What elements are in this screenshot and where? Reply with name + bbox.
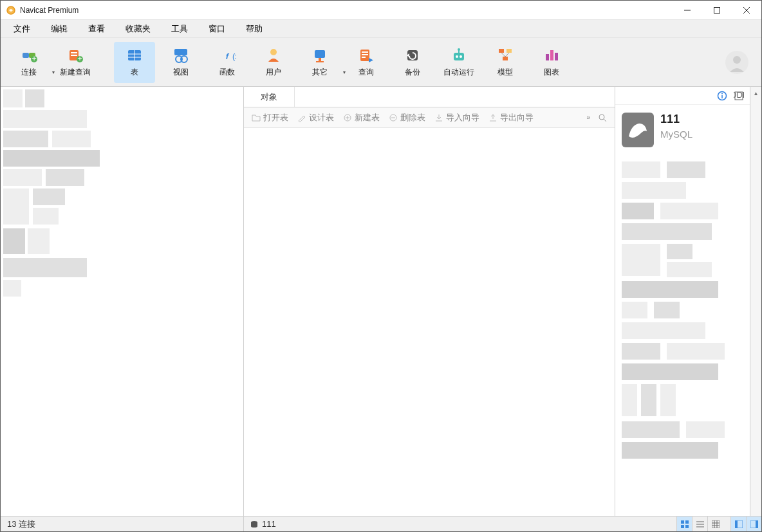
design-table-button[interactable]: 设计表 [293,111,338,125]
other-button[interactable]: 其它 ▾ [299,42,340,83]
svg-text:f: f [226,51,230,61]
query-button[interactable]: 查询 [346,42,387,83]
delete-table-button[interactable]: 删除表 [385,111,429,125]
view-icon [172,46,190,64]
svg-rect-69 [712,520,720,528]
open-table-button[interactable]: 打开表 [248,111,292,125]
toggle-left-panel-button[interactable] [730,517,746,532]
connect-label: 连接 [21,67,37,78]
menu-view[interactable]: 查看 [78,21,115,37]
menu-bar: 文件 编辑 查看 收藏夹 工具 窗口 帮助 [1,20,761,38]
scroll-up-icon[interactable]: ▴ [754,89,757,516]
svg-rect-75 [735,520,738,528]
tab-objects[interactable]: 对象 [244,87,295,107]
model-icon [496,46,514,64]
object-filter-input[interactable] [295,87,615,107]
other-icon [311,46,329,64]
title-bar: Navicat Premium [1,1,761,20]
new-query-label: 新建查询 [60,67,91,78]
svg-line-55 [604,119,606,122]
auto-run-button[interactable]: 自动运行 [438,42,479,83]
view-grid-button[interactable] [676,517,692,532]
auto-run-label: 自动运行 [443,67,474,78]
backup-label: 备份 [405,67,420,78]
svg-rect-77 [756,520,758,528]
menu-file[interactable]: 文件 [3,21,41,37]
connection-type: MySQL [660,129,692,140]
svg-point-48 [733,56,741,64]
view-detail-button[interactable] [707,517,723,532]
export-icon [488,113,497,122]
function-label: 函数 [219,67,235,78]
folder-open-icon [252,113,261,122]
function-button[interactable]: f(x) 函数 [207,42,248,83]
svg-rect-35 [454,53,464,60]
center-panel: 对象 打开表 设计表 新建表 删除表 导入向导 导出向导 » [244,87,615,516]
svg-rect-11 [71,55,77,56]
user-button[interactable]: 用户 [253,42,294,83]
menu-edit[interactable]: 编辑 [41,21,78,37]
status-bar: 13 连接 111 [1,516,761,531]
svg-marker-32 [369,58,373,62]
export-wizard-button[interactable]: 导出向导 [485,111,537,125]
connection-tree[interactable] [1,87,244,516]
svg-rect-25 [315,50,325,58]
import-wizard-button[interactable]: 导入向导 [431,111,483,125]
svg-rect-65 [685,525,689,528]
new-query-button[interactable]: + 新建查询 [55,42,96,83]
svg-point-36 [456,55,458,58]
chart-button[interactable]: 图表 [531,42,572,83]
right-scrollbar[interactable]: ▴ [750,87,761,516]
object-list-area[interactable] [244,128,615,516]
table-button[interactable]: 表 [114,42,155,83]
info-tab[interactable] [716,90,728,102]
connection-name: 111 [660,113,692,126]
new-query-icon: + [66,46,84,64]
svg-rect-42 [503,57,508,60]
info-panel: DDL 111 MySQL [615,87,750,516]
ddl-tab[interactable]: DDL [733,90,745,102]
overflow-button[interactable]: » [586,114,590,121]
svg-point-54 [599,115,604,120]
svg-line-43 [501,53,505,57]
view-list-button[interactable] [692,517,707,532]
user-icon [265,46,283,64]
menu-window[interactable]: 窗口 [198,21,236,37]
svg-point-39 [458,48,460,51]
svg-rect-41 [506,49,512,53]
backup-button[interactable]: 备份 [392,42,433,83]
svg-rect-18 [174,49,187,55]
svg-text:+: + [77,53,82,63]
function-icon: f(x) [218,46,236,64]
svg-rect-46 [550,50,553,60]
chart-icon [543,46,561,64]
import-icon [434,113,443,122]
svg-point-58 [721,93,723,94]
menu-tools[interactable]: 工具 [161,21,198,37]
new-table-button[interactable]: 新建表 [339,111,384,125]
user-avatar[interactable] [725,51,748,74]
pencil-icon [297,113,306,122]
connect-icon: + [20,46,38,64]
minimize-button[interactable] [673,1,702,20]
connect-button[interactable]: + 连接 ▾ [8,42,50,83]
close-button[interactable] [732,1,761,20]
search-icon[interactable] [598,113,607,122]
query-icon [357,46,375,64]
model-button[interactable]: 模型 [485,42,526,83]
svg-line-44 [505,53,509,57]
svg-rect-26 [319,58,321,61]
maximize-button[interactable] [702,1,732,20]
toggle-right-panel-button[interactable] [746,517,761,532]
svg-rect-62 [681,520,684,524]
svg-rect-30 [362,54,368,55]
svg-point-37 [460,55,462,58]
status-connections: 13 连接 [1,517,244,531]
menu-favorites[interactable]: 收藏夹 [115,21,161,37]
table-label: 表 [131,67,138,78]
view-button[interactable]: 视图 [160,42,201,83]
table-icon [125,46,144,64]
menu-help[interactable]: 帮助 [236,21,273,37]
info-panel-tabs: DDL [615,87,750,105]
backup-icon [404,46,422,64]
